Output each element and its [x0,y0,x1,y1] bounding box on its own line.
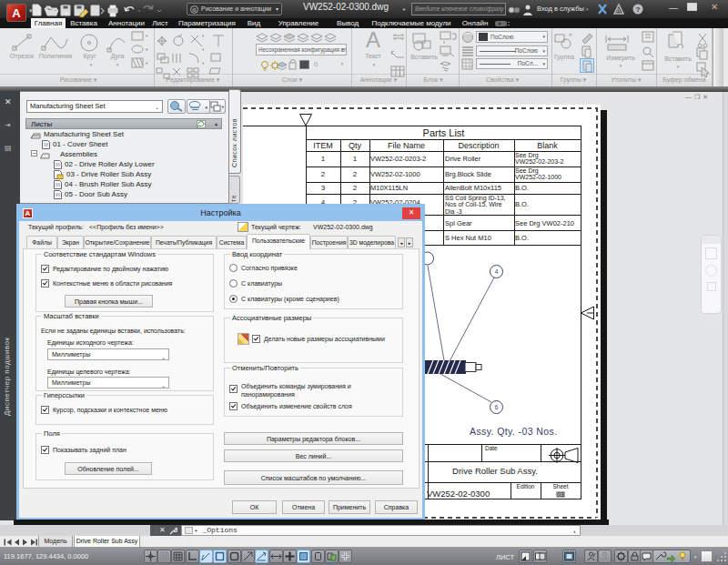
svg-text:?: ? [636,5,641,14]
svg-text:4: 4 [495,268,499,275]
svg-text:A: A [616,6,622,15]
svg-text:6: 6 [495,404,499,410]
